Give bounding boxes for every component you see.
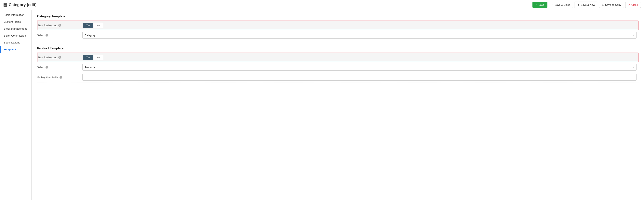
category-start-redirecting-highlighted: Start Redirecting i Yes No bbox=[37, 21, 638, 30]
category-select-value: Category bbox=[80, 30, 638, 40]
category-select-info-icon: i bbox=[46, 34, 48, 37]
save-copy-icon: ⊡ bbox=[602, 3, 604, 6]
gallery-thumb-label: Gallary thumb title i bbox=[37, 74, 80, 81]
product-select-info-icon: i bbox=[46, 66, 48, 69]
category-template-section: Category Template Start Redirecting i Ye… bbox=[37, 15, 638, 40]
product-select-wrapper: Products bbox=[82, 64, 636, 71]
category-start-redirecting-toggle: Yes No bbox=[83, 23, 103, 28]
gallery-thumb-value bbox=[80, 72, 638, 82]
product-select-label: Select i bbox=[37, 64, 80, 71]
product-start-redirecting-yes-btn[interactable]: Yes bbox=[83, 55, 94, 60]
category-start-redirecting-no-btn[interactable]: No bbox=[94, 23, 103, 28]
sidebar: Basic Information Custom Fields Stock Ma… bbox=[0, 10, 32, 200]
category-start-redirecting-label: Start Redirecting i bbox=[38, 22, 81, 29]
sidebar-item-custom-fields[interactable]: Custom Fields bbox=[0, 18, 31, 25]
sidebar-item-basic-information[interactable]: Basic Information bbox=[0, 12, 31, 18]
save-close-button[interactable]: ✓ Save & Close bbox=[548, 2, 573, 8]
category-start-redirecting-value: Yes No bbox=[81, 21, 638, 30]
product-start-redirecting-info-icon: i bbox=[58, 56, 61, 59]
save-button[interactable]: ✓ Save bbox=[532, 2, 548, 8]
layout: Basic Information Custom Fields Stock Ma… bbox=[0, 10, 644, 200]
start-redirecting-info-icon: i bbox=[58, 24, 61, 27]
sidebar-item-seller-commission[interactable]: Seller Commission bbox=[0, 32, 31, 39]
header-actions: ✓ Save ✓ Save & Close ＋ Save & New ⊡ Sav… bbox=[532, 2, 641, 8]
close-x-icon: ✕ bbox=[628, 3, 630, 6]
category-select-field[interactable]: Category bbox=[82, 32, 636, 39]
category-start-redirecting-row: Start Redirecting i Yes No bbox=[38, 21, 638, 30]
gallery-thumb-input[interactable] bbox=[82, 74, 636, 81]
product-start-redirecting-label: Start Redirecting i bbox=[38, 54, 81, 61]
sidebar-item-specifications[interactable]: Specifications bbox=[0, 39, 31, 46]
gallery-thumb-info-icon: i bbox=[60, 76, 62, 79]
product-start-redirecting-highlighted: Start Redirecting i Yes No bbox=[37, 53, 638, 62]
header: Category [edit] ✓ Save ✓ Save & Close ＋ … bbox=[0, 0, 644, 10]
main-content: Category Template Start Redirecting i Ye… bbox=[32, 10, 644, 200]
save-new-button[interactable]: ＋ Save & New bbox=[574, 2, 598, 8]
close-button[interactable]: ✕ Close bbox=[625, 2, 641, 8]
product-start-redirecting-toggle: Yes No bbox=[83, 55, 103, 60]
product-select-row: Select i Products bbox=[37, 62, 638, 72]
category-start-redirecting-yes-btn[interactable]: Yes bbox=[83, 23, 94, 28]
sidebar-item-stock-management[interactable]: Stock Management bbox=[0, 25, 31, 32]
svg-rect-2 bbox=[4, 5, 6, 5]
page-icon bbox=[3, 3, 8, 7]
save-close-icon: ✓ bbox=[552, 3, 554, 6]
product-start-redirecting-row: Start Redirecting i Yes No bbox=[38, 53, 638, 62]
product-template-title: Product Template bbox=[37, 47, 638, 50]
product-template-section: Product Template Start Redirecting i Yes… bbox=[37, 47, 638, 82]
product-start-redirecting-value: Yes No bbox=[81, 53, 638, 62]
svg-rect-3 bbox=[4, 6, 6, 6]
save-check-icon: ✓ bbox=[536, 3, 538, 6]
gallery-thumb-row: Gallary thumb title i bbox=[37, 72, 638, 82]
product-select-value: Products bbox=[80, 62, 638, 72]
svg-rect-1 bbox=[4, 4, 6, 4]
category-template-title: Category Template bbox=[37, 15, 638, 18]
category-select-row: Select i Category bbox=[37, 30, 638, 40]
sidebar-item-templates[interactable]: Templates bbox=[0, 46, 31, 53]
category-select-label: Select i bbox=[37, 32, 80, 39]
save-new-icon: ＋ bbox=[577, 3, 580, 7]
category-select-wrapper: Category bbox=[82, 32, 636, 39]
save-copy-button[interactable]: ⊡ Save as Copy bbox=[599, 2, 624, 8]
product-start-redirecting-no-btn[interactable]: No bbox=[94, 55, 103, 60]
product-select-field[interactable]: Products bbox=[82, 64, 636, 71]
page-title: Category [edit] bbox=[3, 3, 36, 7]
